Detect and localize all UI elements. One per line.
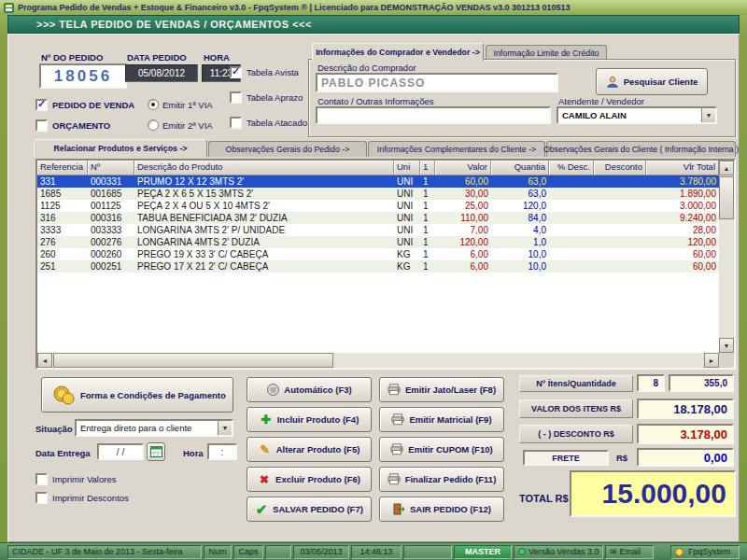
emitir-matricial-button[interactable]: Emitir Matricial (F9) [379,407,504,432]
window-titlebar[interactable]: Programa Pedido de Vendas + Estoque & Fi… [0,0,747,15]
dial-icon [266,384,279,396]
excluir-produto-button[interactable]: ✖ Excluir Produto (F6) [247,467,372,492]
cell-referencia: 260 [37,248,88,260]
automatico-label: Automático (F3) [284,385,351,395]
cell-uni: UNI [394,200,420,212]
descricao-comprador-input[interactable] [316,73,558,92]
grid-vertical-scrollbar[interactable]: ▲ ▼ [719,161,734,353]
cell-descricao: LONGARINA 4MTS 2' DUZIA [134,236,394,248]
printer-icon [390,443,403,455]
table-row[interactable]: 1125 001125 PEÇA 2 X 4 OU 5 X 10 4MTS 2'… [37,200,719,212]
cell-tabela: 1 [420,175,435,188]
finalizar-pedido-button[interactable]: Finalizar Pedido (F11) [379,467,504,492]
tabela-aprazo-checkbox[interactable] [230,91,242,104]
incluir-produto-button[interactable]: ✚ Incluir Produto (F4) [247,407,372,432]
frete-field[interactable]: FRETE [523,450,609,466]
situacao-select[interactable]: Entrega direto para o cliente ▼ [75,419,233,437]
orcamento-checkbox[interactable] [35,119,48,132]
cell-vlr-total: 28,00 [646,224,719,236]
col-header-numero[interactable]: Nº [88,161,134,175]
cell-referencia: 276 [37,236,88,248]
scroll-right-icon[interactable]: ► [704,353,719,368]
cell-quantia: 63,0 [491,175,549,188]
table-row[interactable]: 251 000251 PREGO 17 X 21 2' C/ CABEÇA KG… [37,260,719,273]
cell-descricao: PREGO 17 X 21 2' C/ CABEÇA [134,260,394,273]
col-header-tabela[interactable]: 1 [420,161,435,175]
col-header-descricao[interactable]: Descrição do Produto [134,161,394,175]
smiley-icon [675,548,685,556]
emitir-jato-laser-button[interactable]: Emitir Jato/Laser (F8) [379,377,504,402]
chevron-down-icon[interactable]: ▼ [701,108,715,122]
cell-perc-desc [549,175,594,188]
cell-referencia: 1685 [37,188,88,200]
atendente-select[interactable]: CAMILO ALAIN ▼ [557,106,717,124]
tab-observacoes-pedido[interactable]: Observações Gerais do Pedido -> [208,141,367,157]
data-entrega-field[interactable]: / / [97,443,144,460]
coins-icon [51,384,76,406]
table-row[interactable]: 331 000331 PRUMO 12 X 12 3MTS 2' UNI 1 6… [37,175,719,188]
itens-qty-value: 355,0 [669,374,734,392]
col-header-desconto[interactable]: Desconto [594,161,646,175]
tab-relacionar-produtos[interactable]: Relacionar Produtos e Serviços -> [34,139,207,157]
cell-vlr-total: 3.000,00 [646,200,719,212]
cell-tabela: 1 [420,260,435,273]
calendar-button[interactable] [147,442,165,461]
scroll-down-icon[interactable]: ▼ [719,338,734,353]
grid-horizontal-scrollbar[interactable]: ◄ ► [37,353,719,368]
col-header-valor[interactable]: Valor [435,161,491,175]
chevron-down-icon[interactable]: ▼ [218,421,232,435]
emitir-2via-radio[interactable] [148,119,159,131]
alterar-produto-button[interactable]: ✎ Alterar Produto (F5) [247,437,372,462]
table-row[interactable]: 3333 003333 LONGARINA 3MTS 2' P/ UNIDADE… [37,224,719,236]
cell-perc-desc [549,236,594,248]
imprimir-valores-checkbox[interactable] [35,473,48,485]
tab-info-complementares[interactable]: Informações Complementares do Cliente -> [368,141,545,157]
cell-desconto [594,212,646,224]
cell-perc-desc [549,200,594,212]
cell-perc-desc [549,224,594,236]
emitir-cupom-button[interactable]: Emitir CUPOM (F10) [379,437,504,462]
salvar-pedido-button[interactable]: ✔ SALVAR PEDIDO (F7) [247,497,372,522]
tab-comprador-vendedor[interactable]: Informações do Comprador e Vendedor -> [312,43,484,61]
table-row[interactable]: 260 000260 PREGO 19 X 33 3' C/ CABEÇA KG… [37,248,719,260]
window-title: Programa Pedido de Vendas + Estoque & Fi… [18,3,571,12]
cell-vlr-total: 9.240,00 [646,212,719,224]
excluir-produto-label: Excluir Produto (F6) [275,474,360,484]
emitir-jato-laser-label: Emitir Jato/Laser (F8) [405,385,496,395]
cell-valor: 120,00 [435,236,491,248]
pedido-de-venda-checkbox[interactable] [35,99,48,111]
cell-vlr-total: 60,00 [646,260,719,273]
tab-observacoes-cliente[interactable]: Observações Gerais do Cliente ( Informaç… [546,141,736,157]
tabela-avista-checkbox[interactable] [230,66,242,78]
table-row[interactable]: 316 000316 TABUA BENEFICIADA 3M 2' DUZIA… [37,212,719,224]
col-header-perc-desc[interactable]: % Desc. [549,161,594,175]
scroll-left-icon[interactable]: ◄ [37,353,52,368]
cell-referencia: 251 [37,260,88,273]
pesquisar-cliente-button[interactable]: Pesquisar Cliente [596,68,708,95]
automatico-button[interactable]: Automático (F3) [247,377,372,402]
emitir-1via-radio[interactable] [148,99,159,110]
table-row[interactable]: 276 000276 LONGARINA 4MTS 2' DUZIA UNI 1… [37,236,719,248]
forma-pagamento-button[interactable]: Forma e Condições de Pagamento [41,377,233,413]
total-value: 15.000,00 [570,470,736,517]
tabela-atacado-checkbox[interactable] [230,117,242,129]
status-bar: CIDADE - UF 3 de Maio de 2013 - Sexta-fe… [0,542,747,560]
col-header-uni[interactable]: Uni [394,161,420,175]
status-caps-lock: Caps [233,545,263,559]
screen-subtitle-bar: >>> TELA PEDIDO DE VENDAS / ORÇAMENTOS <… [7,15,740,34]
imprimir-descontos-checkbox[interactable] [35,492,48,504]
sair-pedido-button[interactable]: SAIR PEDIDO (F12) [379,497,504,522]
table-row[interactable]: 1685 001685 PEÇA 2 X 6 5 X 15 3MTS 2' UN… [37,188,719,200]
col-header-referencia[interactable]: Referencia [37,161,88,175]
cell-numero: 001685 [88,188,134,200]
status-email[interactable]: ✉ Email [605,545,654,559]
cell-referencia: 316 [37,212,88,224]
col-header-quantia[interactable]: Quantia [491,161,549,175]
scroll-up-icon[interactable]: ▲ [719,161,734,175]
hora-entrega-field[interactable]: : [207,443,237,460]
status-version-label: Versão Vendas 3.0 [529,547,599,556]
horizontal-scroll-thumb[interactable] [53,353,333,368]
col-header-vlr-total[interactable]: Vlr Total [646,161,719,175]
vertical-scroll-thumb[interactable] [719,176,734,219]
contato-input[interactable] [316,106,551,124]
